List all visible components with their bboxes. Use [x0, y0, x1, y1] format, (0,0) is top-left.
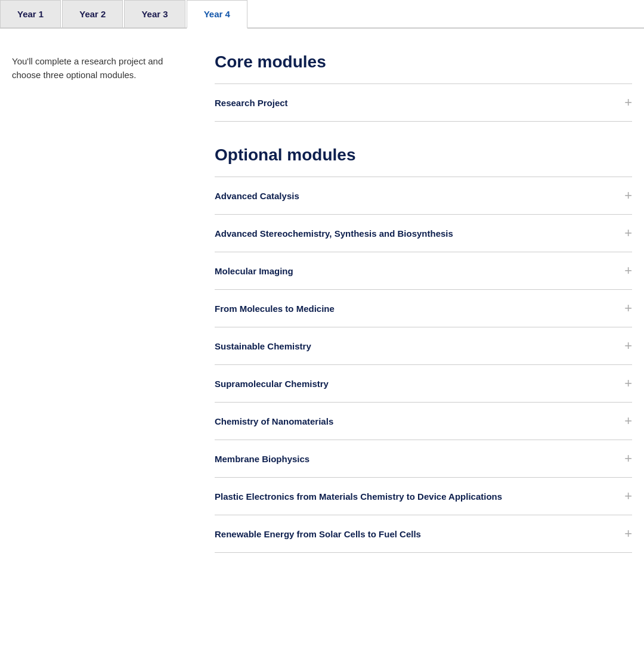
module-item-3[interactable]: From Molecules to Medicine +: [215, 290, 632, 327]
module-item-6[interactable]: Chemistry of Nanomaterials +: [215, 403, 632, 440]
optional-modules-section: Optional modules Advanced Catalysis + Ad…: [215, 146, 632, 553]
module-name-5: Supramolecular Chemistry: [215, 379, 329, 389]
expand-icon-4: +: [624, 339, 632, 352]
tab-year1[interactable]: Year 1: [0, 0, 61, 27]
description-text: You'll complete a research project and c…: [12, 55, 191, 82]
module-name-research-project: Research Project: [215, 98, 288, 108]
main-content: You'll complete a research project and c…: [0, 29, 644, 577]
expand-icon-8: +: [624, 490, 632, 503]
core-modules-list: Research Project +: [215, 83, 632, 122]
optional-modules-title: Optional modules: [215, 146, 632, 165]
tab-year2[interactable]: Year 2: [62, 0, 123, 27]
module-name-3: From Molecules to Medicine: [215, 304, 335, 314]
module-item-4[interactable]: Sustainable Chemistry +: [215, 327, 632, 365]
module-name-7: Membrane Biophysics: [215, 454, 309, 464]
module-item-0[interactable]: Advanced Catalysis +: [215, 177, 632, 215]
module-item-research-project[interactable]: Research Project +: [215, 83, 632, 122]
module-name-8: Plastic Electronics from Materials Chemi…: [215, 491, 502, 502]
module-name-4: Sustainable Chemistry: [215, 341, 311, 351]
expand-icon-9: +: [624, 527, 632, 540]
module-item-1[interactable]: Advanced Stereochemistry, Synthesis and …: [215, 215, 632, 252]
left-description-panel: You'll complete a research project and c…: [12, 52, 191, 553]
expand-icon-0: +: [624, 189, 632, 202]
module-name-6: Chemistry of Nanomaterials: [215, 416, 333, 426]
module-name-1: Advanced Stereochemistry, Synthesis and …: [215, 228, 453, 239]
module-item-9[interactable]: Renewable Energy from Solar Cells to Fue…: [215, 515, 632, 553]
optional-modules-list: Advanced Catalysis + Advanced Stereochem…: [215, 177, 632, 553]
module-item-5[interactable]: Supramolecular Chemistry +: [215, 365, 632, 403]
expand-icon-7: +: [624, 452, 632, 465]
tab-year3[interactable]: Year 3: [124, 0, 185, 27]
right-modules-panel: Core modules Research Project + Optional…: [215, 52, 632, 553]
expand-icon-5: +: [624, 377, 632, 390]
expand-icon-1: +: [624, 227, 632, 240]
module-item-8[interactable]: Plastic Electronics from Materials Chemi…: [215, 478, 632, 515]
module-name-0: Advanced Catalysis: [215, 191, 299, 201]
module-name-2: Molecular Imaging: [215, 266, 293, 276]
year-tabs: Year 1 Year 2 Year 3 Year 4: [0, 0, 644, 29]
expand-icon-3: +: [624, 302, 632, 315]
module-item-2[interactable]: Molecular Imaging +: [215, 252, 632, 290]
tab-year4[interactable]: Year 4: [187, 0, 247, 29]
module-item-7[interactable]: Membrane Biophysics +: [215, 440, 632, 478]
expand-icon-6: +: [624, 414, 632, 428]
expand-icon-research-project: +: [624, 96, 632, 109]
expand-icon-2: +: [624, 264, 632, 277]
module-name-9: Renewable Energy from Solar Cells to Fue…: [215, 529, 421, 539]
core-modules-title: Core modules: [215, 52, 632, 72]
